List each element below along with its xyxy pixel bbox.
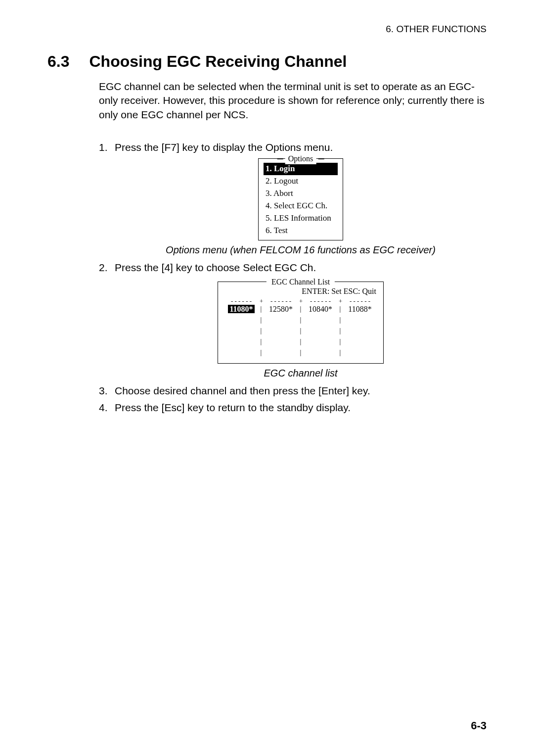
section-heading: 6.3 Choosing EGC Receiving Channel [47, 52, 487, 71]
options-item-test[interactable]: 6. Test [264, 225, 338, 237]
egc-empty-row: | | | [223, 347, 378, 358]
options-item-select-egc[interactable]: 4. Select EGC Ch. [264, 200, 338, 212]
section-title: Choosing EGC Receiving Channel [89, 52, 347, 71]
steps-list: Press the [F7] key to display the Option… [99, 141, 487, 415]
egc-empty-row: | | | [223, 315, 378, 326]
egc-cell-12580[interactable]: 12580* [263, 304, 299, 315]
step-2-text: Press the [4] key to choose Select EGC C… [115, 262, 316, 273]
egc-data-row: 11080* | 12580* | 10840* | 11088* [223, 304, 378, 315]
egc-list-caption: EGC channel list [115, 367, 487, 380]
options-menu-box: Options 1. Login 2. Logout 3. Abort 4. S… [258, 158, 343, 240]
egc-empty-row: | | | [223, 326, 378, 336]
running-header: 6. OTHER FUNCTIONS [47, 24, 487, 35]
egc-hint: ENTER: Set ESC: Quit [223, 286, 378, 297]
options-item-login[interactable]: 1. Login [264, 163, 338, 175]
step-3: Choose desired channel and then press th… [99, 384, 487, 398]
options-menu-figure: Options 1. Login 2. Logout 3. Abort 4. S… [115, 158, 487, 240]
section-number: 6.3 [47, 52, 69, 71]
egc-cell-10840[interactable]: 10840* [302, 304, 339, 315]
page-number: 6-3 [471, 719, 487, 732]
intro-paragraph: EGC channel can be selected when the ter… [99, 80, 487, 122]
step-3-text: Choose desired channel and then press th… [115, 385, 370, 396]
step-2: Press the [4] key to choose Select EGC C… [99, 261, 487, 380]
step-1: Press the [F7] key to display the Option… [99, 141, 487, 257]
egc-cell-11080[interactable]: 11080* [223, 304, 260, 315]
step-1-text: Press the [F7] key to display the Option… [115, 142, 333, 153]
options-item-abort[interactable]: 3. Abort [264, 188, 338, 200]
egc-list-box: EGC Channel List ENTER: Set ESC: Quit - … [218, 282, 384, 364]
step-4: Press the [Esc] key to return to the sta… [99, 401, 487, 415]
egc-cell-11088[interactable]: 11088* [342, 304, 378, 315]
options-menu-caption: Options menu (when FELCOM 16 functions a… [115, 243, 487, 257]
egc-list-figure: EGC Channel List ENTER: Set ESC: Quit - … [115, 282, 487, 364]
egc-separator-row: - - - - - - + - - - - - - + - - - - - - … [223, 299, 378, 304]
egc-list-title: EGC Channel List [267, 277, 335, 287]
egc-empty-row: | | | [223, 336, 378, 347]
options-item-logout[interactable]: 2. Logout [264, 175, 338, 188]
egc-grid: - - - - - - + - - - - - - + - - - - - - … [223, 299, 378, 358]
step-4-text: Press the [Esc] key to return to the sta… [115, 402, 351, 413]
options-menu-title: Options [285, 153, 316, 164]
options-item-les-info[interactable]: 5. LES Information [264, 212, 338, 225]
